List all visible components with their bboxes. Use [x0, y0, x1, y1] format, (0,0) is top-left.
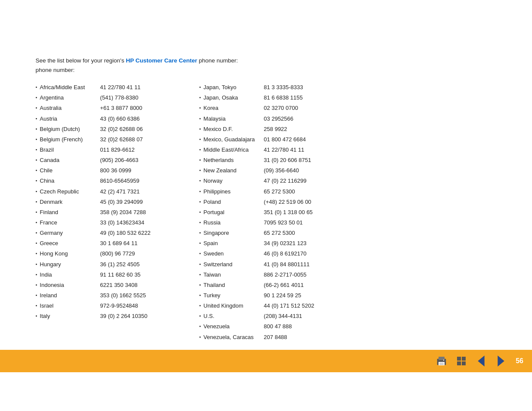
country-name: Greece — [40, 239, 100, 248]
phone-number: 34 (9) 02321 123 — [264, 239, 306, 248]
intro-section: See the list below for your region's HP … — [36, 56, 497, 75]
bullet-icon: • — [36, 136, 37, 143]
list-item: • Venezuela, Caracas 207 8488 — [199, 333, 380, 342]
bullet-icon: • — [36, 312, 37, 320]
svg-marker-10 — [478, 355, 484, 367]
page-number: 56 — [516, 357, 523, 365]
country-name: Argentina — [40, 93, 100, 102]
bullet-icon: • — [36, 271, 37, 278]
country-name: Venezuela — [203, 322, 264, 331]
list-item: • Mexico, Guadalajara 01 800 472 6684 — [199, 135, 380, 144]
list-item: • Sweden 46 (0) 8 6192170 — [199, 249, 380, 258]
phone-number: 886 2-2717-0055 — [264, 271, 306, 279]
phone-number: 207 8488 — [264, 333, 287, 342]
svg-rect-5 — [443, 360, 444, 361]
print-icon[interactable] — [434, 353, 449, 369]
bullet-icon: • — [36, 125, 37, 133]
list-item: • Czech Republic 42 (2) 471 7321 — [36, 187, 195, 196]
country-name: U.S. — [203, 312, 264, 321]
country-name: Singapore — [203, 229, 264, 237]
svg-rect-6 — [457, 357, 461, 361]
list-item: • Chile 800 36 0999 — [36, 166, 195, 175]
country-name: New Zealand — [203, 166, 264, 175]
phone-number: 46 (0) 8 6192170 — [264, 249, 306, 258]
country-name: Czech Republic — [40, 187, 100, 196]
bullet-icon: • — [199, 136, 201, 143]
country-name: Belgium (Dutch) — [40, 125, 100, 134]
bullet-icon: • — [199, 333, 201, 341]
bullet-icon: • — [36, 198, 37, 206]
intro-second-line: phone number: — [36, 67, 75, 73]
phone-number: 30 1 689 64 11 — [100, 239, 137, 248]
list-item: • Norway 47 (0) 22 116299 — [199, 177, 380, 185]
country-name: Belgium (French) — [40, 135, 100, 144]
intro-link[interactable]: HP Customer Care Center — [126, 57, 197, 64]
bullet-icon: • — [199, 209, 201, 216]
country-name: India — [40, 271, 100, 279]
grid-icon[interactable] — [454, 353, 469, 369]
next-button[interactable] — [493, 353, 509, 369]
phone-number: 6221 350 3408 — [100, 281, 137, 290]
bullet-icon: • — [36, 281, 37, 289]
phone-number: (+48) 22 519 06 00 — [264, 198, 311, 206]
list-item: • Hungary 36 (1) 252 4505 — [36, 260, 195, 269]
phone-number: 8610-65645959 — [100, 177, 139, 185]
svg-marker-11 — [498, 355, 504, 367]
phone-number: (541) 778-8380 — [100, 93, 138, 102]
list-item: • Germany 49 (0) 180 532 6222 — [36, 229, 195, 237]
phone-number: 353 (0) 1662 5525 — [100, 291, 146, 300]
country-name: Finland — [40, 208, 100, 217]
phone-number: (66-2) 661 4011 — [264, 281, 304, 290]
bullet-icon: • — [199, 198, 201, 206]
bullet-icon: • — [199, 323, 201, 330]
bullet-icon: • — [199, 84, 201, 91]
country-name: Austria — [40, 115, 100, 123]
svg-rect-8 — [457, 361, 461, 365]
phone-number: 45 (0) 39 294099 — [100, 198, 143, 206]
list-item: • Ireland 353 (0) 1662 5525 — [36, 291, 195, 300]
bullet-icon: • — [36, 156, 37, 164]
country-name: Italy — [40, 312, 100, 321]
phone-number: 7095 923 50 01 — [264, 218, 302, 227]
svg-rect-4 — [439, 364, 444, 365]
phone-number: 65 272 5300 — [264, 229, 295, 237]
phone-number: 800 36 0999 — [100, 166, 131, 175]
list-item: • Denmark 45 (0) 39 294099 — [36, 198, 195, 206]
phone-number: (800) 96 7729 — [100, 249, 135, 258]
bullet-icon: • — [199, 302, 201, 309]
phone-number: 44 (0) 171 512 5202 — [264, 302, 314, 310]
list-item: • Australia +61 3 8877 8000 — [36, 104, 195, 112]
bullet-icon: • — [36, 250, 37, 257]
country-name: Russia — [203, 218, 264, 227]
list-item: • Turkey 90 1 224 59 25 — [199, 291, 380, 300]
phone-number: (09) 356-6640 — [264, 166, 299, 175]
country-name: Chile — [40, 166, 100, 175]
list-item: • China 8610-65645959 — [36, 177, 195, 185]
country-name: Portugal — [203, 208, 264, 217]
list-item: • Switzerland 41 (0) 84 8801111 — [199, 260, 380, 269]
country-name: Malaysia — [203, 115, 264, 123]
phone-number: +61 3 8877 8000 — [100, 104, 142, 112]
list-item: • Spain 34 (9) 02321 123 — [199, 239, 380, 248]
list-item: • Korea 02 3270 0700 — [199, 104, 380, 112]
bullet-icon: • — [36, 209, 37, 216]
phone-number: (208) 344-4131 — [264, 312, 302, 321]
list-item: • Argentina (541) 778-8380 — [36, 93, 195, 102]
bullet-icon: • — [199, 240, 201, 247]
phone-number: 258 9922 — [264, 125, 287, 134]
prev-button[interactable] — [473, 353, 489, 369]
bullet-icon: • — [199, 271, 201, 278]
country-name: Australia — [40, 104, 100, 112]
phone-number: 47 (0) 22 116299 — [264, 177, 306, 185]
country-name: Hong Kong — [40, 249, 100, 258]
bullet-icon: • — [36, 167, 37, 174]
bullet-icon: • — [36, 94, 37, 101]
bullet-icon: • — [199, 167, 201, 174]
phone-number: 01 800 472 6684 — [264, 135, 306, 144]
phone-number: 91 11 682 60 35 — [100, 271, 140, 279]
svg-rect-1 — [439, 357, 445, 360]
phone-number: 41 22/780 41 11 — [100, 83, 140, 92]
phone-number: 32 (0)2 62688 06 — [100, 125, 143, 134]
country-name: Netherlands — [203, 156, 264, 165]
svg-rect-9 — [462, 361, 466, 365]
